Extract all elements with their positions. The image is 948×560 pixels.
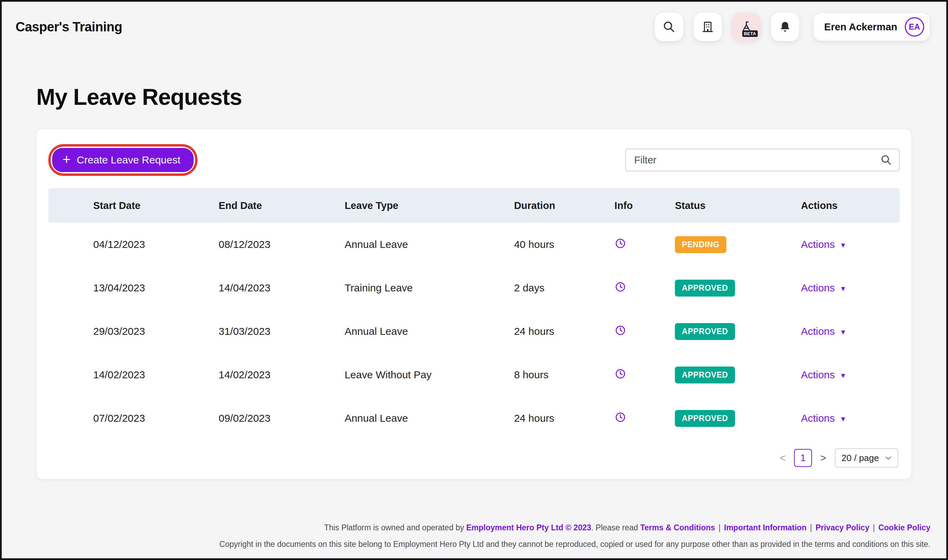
clock-icon[interactable] (615, 238, 626, 249)
pagination-page-1-button[interactable]: 1 (794, 449, 812, 467)
column-header-status: Status (675, 188, 801, 223)
clock-icon[interactable] (615, 368, 626, 380)
user-name: Eren Ackerman (824, 22, 897, 33)
create-button-label: Create Leave Request (77, 154, 180, 166)
cookie-policy-link[interactable]: Cookie Policy (878, 523, 930, 532)
footer-ownership-text: This Platform is owned and operated by (324, 523, 466, 532)
create-leave-request-button[interactable]: + Create Leave Request (52, 148, 194, 172)
cell-end-date: 09/02/2023 (219, 397, 344, 440)
create-button-highlight-ring: + Create Leave Request (48, 144, 198, 176)
leave-requests-card: + Create Leave Request Start Date End Da… (36, 129, 912, 480)
footer-separator: | (810, 523, 812, 532)
app-title: Casper's Training (15, 20, 122, 34)
footer-please-read-text: . Please read (591, 523, 641, 532)
status-badge: APPROVED (675, 366, 735, 383)
row-actions-button[interactable]: Actions▼ (801, 282, 846, 294)
column-header-end-date: End Date (219, 188, 344, 223)
status-badge: APPROVED (675, 410, 735, 427)
table-header: Start Date End Date Leave Type Duration … (48, 188, 900, 223)
cell-leave-type: Leave Without Pay (344, 353, 514, 397)
table-row: 07/02/2023 09/02/2023 Annual Leave 24 ho… (48, 397, 900, 440)
organisation-button[interactable] (693, 13, 722, 41)
pagination: < 1 > 20 / page (48, 448, 900, 468)
user-menu[interactable]: Eren Ackerman EA (814, 13, 930, 41)
cell-duration: 2 days (514, 266, 615, 310)
privacy-policy-link[interactable]: Privacy Policy (815, 523, 869, 532)
page-size-value: 20 / page (841, 453, 879, 463)
table-row: 13/04/2023 14/04/2023 Training Leave 2 d… (48, 266, 900, 310)
notifications-button[interactable] (771, 13, 799, 41)
chevron-down-icon (885, 456, 891, 460)
pagination-next-button[interactable]: > (820, 452, 826, 464)
building-icon (701, 20, 714, 34)
table-row: 14/02/2023 14/02/2023 Leave Without Pay … (48, 353, 900, 397)
filter-container (625, 149, 900, 171)
leave-requests-table: Start Date End Date Leave Type Duration … (48, 188, 900, 440)
labs-beta-button[interactable]: BETA (732, 13, 761, 41)
footer: This Platform is owned and operated by E… (2, 522, 946, 550)
cell-end-date: 08/12/2023 (219, 223, 344, 266)
pagination-prev-button[interactable]: < (780, 452, 786, 464)
app-header: Casper's Training (2, 2, 946, 52)
cell-duration: 24 hours (514, 310, 615, 353)
page-title: My Leave Requests (36, 84, 946, 110)
row-actions-button[interactable]: Actions▼ (801, 238, 846, 250)
footer-line1: This Platform is owned and operated by E… (18, 522, 930, 534)
clock-icon[interactable] (615, 281, 626, 293)
caret-down-icon: ▼ (840, 284, 846, 292)
table-row: 29/03/2023 31/03/2023 Annual Leave 24 ho… (48, 310, 900, 353)
important-information-link[interactable]: Important Information (724, 523, 806, 532)
page-size-select[interactable]: 20 / page (835, 448, 898, 468)
terms-conditions-link[interactable]: Terms & Conditions (640, 523, 715, 532)
status-badge: APPROVED (675, 280, 735, 297)
row-actions-button[interactable]: Actions▼ (801, 369, 846, 381)
status-badge: APPROVED (675, 323, 735, 340)
employment-hero-link[interactable]: Employment Hero Pty Ltd © 2023 (466, 523, 591, 532)
column-header-info: Info (615, 188, 675, 223)
row-actions-button[interactable]: Actions▼ (801, 412, 846, 424)
bell-icon (778, 20, 792, 34)
cell-start-date: 07/02/2023 (48, 397, 219, 440)
column-header-duration: Duration (514, 188, 615, 223)
cell-start-date: 14/02/2023 (48, 353, 219, 397)
caret-down-icon: ▼ (840, 240, 846, 249)
footer-separator: | (873, 523, 875, 532)
filter-input[interactable] (625, 149, 900, 171)
column-header-start-date: Start Date (48, 188, 219, 223)
card-toolbar: + Create Leave Request (48, 144, 900, 176)
avatar: EA (905, 17, 924, 37)
clock-icon[interactable] (615, 411, 626, 423)
footer-separator: | (718, 523, 721, 532)
search-button[interactable] (655, 13, 683, 41)
cell-start-date: 29/03/2023 (48, 310, 219, 353)
cell-leave-type: Annual Leave (344, 397, 514, 440)
cell-start-date: 04/12/2023 (48, 223, 219, 266)
cell-end-date: 14/04/2023 (219, 266, 344, 310)
cell-duration: 40 hours (514, 223, 615, 266)
row-actions-button[interactable]: Actions▼ (801, 326, 846, 337)
cell-duration: 8 hours (514, 353, 615, 397)
caret-down-icon: ▼ (840, 371, 846, 379)
plus-icon: + (62, 152, 70, 166)
cell-leave-type: Annual Leave (344, 310, 514, 353)
clock-icon[interactable] (615, 325, 626, 336)
column-header-actions: Actions (801, 188, 900, 223)
cell-end-date: 14/02/2023 (219, 353, 344, 397)
cell-start-date: 13/04/2023 (48, 266, 219, 310)
cell-end-date: 31/03/2023 (219, 310, 344, 353)
filter-search-icon (880, 154, 892, 166)
beta-badge: BETA (742, 30, 758, 37)
caret-down-icon: ▼ (840, 327, 846, 335)
column-header-leave-type: Leave Type (344, 188, 514, 223)
table-row: 04/12/2023 08/12/2023 Annual Leave 40 ho… (48, 223, 900, 266)
caret-down-icon: ▼ (840, 414, 846, 422)
footer-copyright-text: Copyright in the documents on this site … (18, 538, 930, 551)
cell-leave-type: Annual Leave (344, 223, 514, 266)
header-actions: BETA Eren Ackerman EA (655, 13, 930, 41)
cell-leave-type: Training Leave (344, 266, 514, 310)
search-icon (662, 20, 676, 34)
cell-duration: 24 hours (514, 397, 615, 440)
status-badge: PENDING (675, 236, 726, 253)
